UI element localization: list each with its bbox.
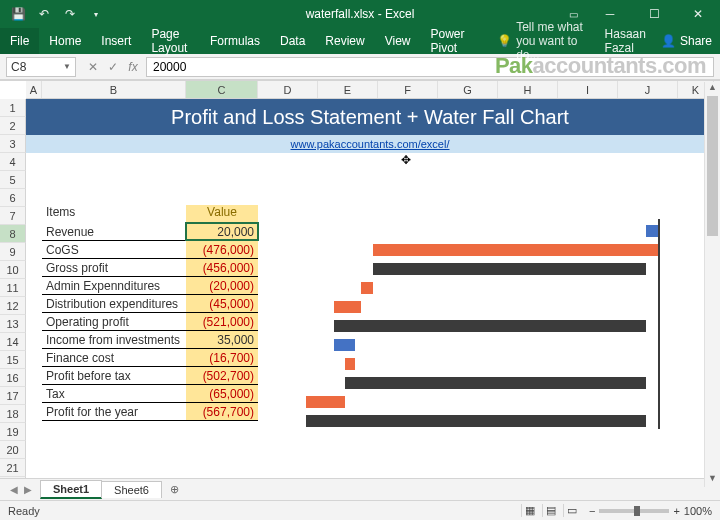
row-header[interactable]: 4 [0,153,26,171]
table-row[interactable]: Profit for the year(567,700) [42,403,258,421]
table-row[interactable]: CoGS(476,000) [42,241,258,259]
col-header[interactable]: I [558,81,618,98]
item-value[interactable]: (476,000) [186,241,258,258]
col-header[interactable]: G [438,81,498,98]
row-header[interactable]: 9 [0,243,26,261]
tab-page-layout[interactable]: Page Layout [141,28,200,54]
scroll-down-icon[interactable]: ▼ [705,473,720,487]
item-value[interactable]: (65,000) [186,385,258,402]
col-header[interactable]: B [42,81,186,98]
item-value[interactable]: (20,000) [186,277,258,294]
row-header[interactable]: 11 [0,279,26,297]
col-header[interactable]: C [186,81,258,98]
qat-customize-icon[interactable]: ▾ [84,2,108,26]
account-name[interactable]: Hasaan Fazal [599,28,653,54]
tab-insert[interactable]: Insert [91,28,141,54]
table-row[interactable]: Tax(65,000) [42,385,258,403]
item-value[interactable]: (521,000) [186,313,258,330]
item-value[interactable]: (502,700) [186,367,258,384]
item-value[interactable]: 20,000 [186,223,258,240]
item-value[interactable]: (456,000) [186,259,258,276]
scroll-up-icon[interactable]: ▲ [705,82,720,96]
zoom-slider[interactable] [599,509,669,513]
next-sheet-icon[interactable]: ▶ [24,484,32,495]
col-header[interactable]: F [378,81,438,98]
close-button[interactable]: ✕ [676,0,720,28]
item-value[interactable]: (16,700) [186,349,258,366]
row-header[interactable]: 10 [0,261,26,279]
save-icon[interactable]: 💾 [6,2,30,26]
chevron-down-icon[interactable]: ▼ [63,62,71,71]
row-header[interactable]: 13 [0,315,26,333]
row-header[interactable]: 7 [0,207,26,225]
table-row[interactable]: Admin Expennditures(20,000) [42,277,258,295]
col-header[interactable]: A [26,81,42,98]
name-box[interactable]: C8 ▼ [6,57,76,77]
item-value[interactable]: (567,700) [186,403,258,420]
tab-view[interactable]: View [375,28,421,54]
zoom-in-button[interactable]: + [673,505,679,517]
tell-me-search[interactable]: 💡 Tell me what you want to do... [497,28,598,54]
worksheet-grid[interactable]: A B C D E F G H I J K 123456789101112131… [0,80,720,500]
fx-icon[interactable]: fx [124,60,142,74]
row-header[interactable]: 20 [0,441,26,459]
row-header[interactable]: 18 [0,405,26,423]
sheet-tab[interactable]: Sheet6 [101,481,162,498]
tab-review[interactable]: Review [315,28,374,54]
add-sheet-button[interactable]: ⊕ [165,483,185,496]
column-headers[interactable]: A B C D E F G H I J K [26,81,720,99]
zoom-level[interactable]: 100% [684,505,712,517]
row-header[interactable]: 5 [0,171,26,189]
table-row[interactable]: Gross profit(456,000) [42,259,258,277]
row-header[interactable]: 16 [0,369,26,387]
undo-icon[interactable]: ↶ [32,2,56,26]
source-link[interactable]: www.pakaccountants.com/excel/ [291,138,450,150]
table-row[interactable]: Revenue20,000 [42,223,258,241]
row-header[interactable]: 1 [0,99,26,117]
table-row[interactable]: Distribution expenditures(45,000) [42,295,258,313]
page-break-view-icon[interactable]: ▭ [563,504,581,517]
redo-icon[interactable]: ↷ [58,2,82,26]
prev-sheet-icon[interactable]: ◀ [10,484,18,495]
col-header[interactable]: E [318,81,378,98]
maximize-button[interactable]: ☐ [632,0,676,28]
share-button[interactable]: 👤 Share [653,28,720,54]
row-header[interactable]: 3 [0,135,26,153]
scrollbar-thumb[interactable] [707,96,718,236]
row-header[interactable]: 2 [0,117,26,135]
row-header[interactable]: 12 [0,297,26,315]
row-header[interactable]: 14 [0,333,26,351]
row-header[interactable]: 19 [0,423,26,441]
tab-home[interactable]: Home [39,28,91,54]
row-header[interactable]: 15 [0,351,26,369]
col-header[interactable]: D [258,81,318,98]
tab-file[interactable]: File [0,28,39,54]
page-layout-view-icon[interactable]: ▤ [542,504,560,517]
vertical-scrollbar[interactable]: ▲ ▼ [704,82,720,487]
sheet-nav[interactable]: ◀▶ [10,484,32,495]
watermark: Pakaccountants.com [495,53,706,79]
row-header[interactable]: 6 [0,189,26,207]
tab-power-pivot[interactable]: Power Pivot [421,28,478,54]
col-header[interactable]: H [498,81,558,98]
table-row[interactable]: Income from investments35,000 [42,331,258,349]
table-row[interactable]: Finance cost(16,700) [42,349,258,367]
tab-formulas[interactable]: Formulas [200,28,270,54]
row-headers[interactable]: 12345678910111213141516171819202122 [0,99,26,495]
row-header[interactable]: 8 [0,225,26,243]
zoom-out-button[interactable]: − [589,505,595,517]
tab-data[interactable]: Data [270,28,315,54]
zoom-thumb[interactable] [634,506,640,516]
normal-view-icon[interactable]: ▦ [521,504,539,517]
table-row[interactable]: Operating profit(521,000) [42,313,258,331]
col-header[interactable]: J [618,81,678,98]
item-value[interactable]: 35,000 [186,331,258,348]
cancel-icon[interactable]: ✕ [84,60,102,74]
sheet-tab[interactable]: Sheet1 [40,480,102,499]
enter-icon[interactable]: ✓ [104,60,122,74]
item-value[interactable]: (45,000) [186,295,258,312]
row-header[interactable]: 21 [0,459,26,477]
table-row[interactable]: Profit before tax(502,700) [42,367,258,385]
row-header[interactable]: 17 [0,387,26,405]
window-title: waterfall.xlsx - Excel [306,7,415,21]
